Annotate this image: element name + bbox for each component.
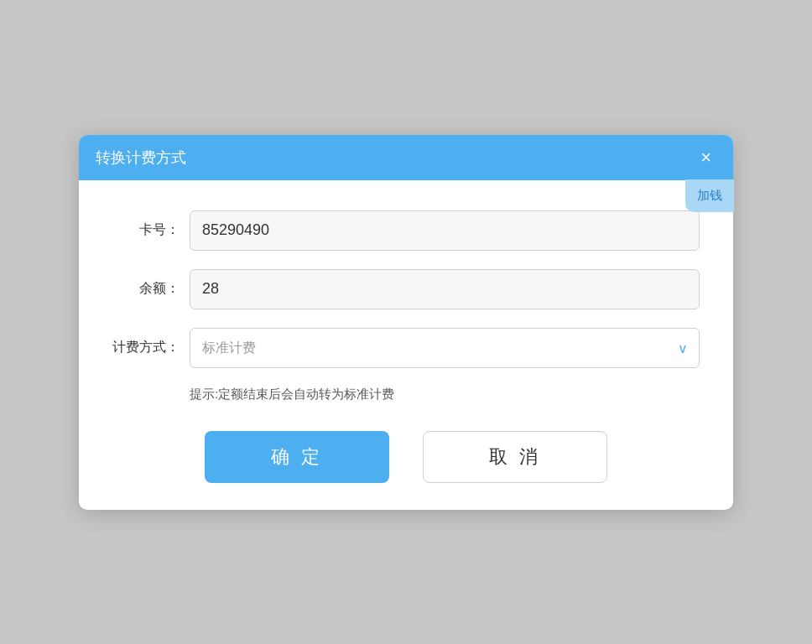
hint-text: 提示:定额结束后会自动转为标准计费 [190, 387, 394, 402]
close-button[interactable]: × [695, 147, 716, 169]
dialog: 转换计费方式 × 加钱 卡号： 余额： 计费方式： 标准计费 定额计费 [79, 135, 733, 510]
action-row: 确 定 取 消 [112, 428, 700, 483]
balance-row: 余额： [112, 269, 700, 309]
billing-row: 计费方式： 标准计费 定额计费 ∨ [112, 328, 700, 368]
card-row: 卡号： [112, 210, 700, 251]
billing-select-wrapper: 标准计费 定额计费 ∨ [190, 328, 700, 368]
card-label: 卡号： [112, 221, 180, 239]
dialog-body: 加钱 卡号： 余额： 计费方式： 标准计费 定额计费 ∨ [79, 180, 733, 510]
billing-select[interactable]: 标准计费 定额计费 [190, 328, 700, 368]
dialog-header: 转换计费方式 × [79, 135, 733, 180]
billing-label: 计费方式： [112, 339, 180, 356]
card-input[interactable] [190, 210, 700, 251]
confirm-button[interactable]: 确 定 [205, 431, 389, 483]
dialog-overlay: 转换计费方式 × 加钱 卡号： 余额： 计费方式： 标准计费 定额计费 [0, 0, 812, 644]
balance-label: 余额： [112, 280, 180, 298]
cancel-button[interactable]: 取 消 [423, 431, 607, 483]
dialog-title: 转换计费方式 [96, 148, 186, 168]
balance-input[interactable] [190, 269, 700, 309]
hint-row: 提示:定额结束后会自动转为标准计费 [190, 387, 700, 402]
add-money-button[interactable]: 加钱 [685, 179, 734, 212]
